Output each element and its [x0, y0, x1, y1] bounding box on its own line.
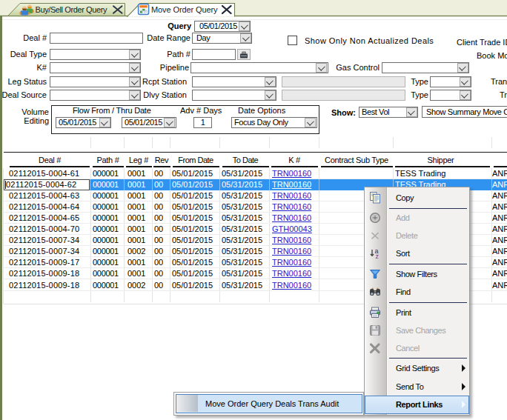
svg-text:Move Order Query: Move Order Query	[151, 5, 218, 14]
svg-text:Buy/Sell Order Query: Buy/Sell Order Query	[36, 5, 107, 14]
svg-text:z: z	[376, 253, 380, 259]
